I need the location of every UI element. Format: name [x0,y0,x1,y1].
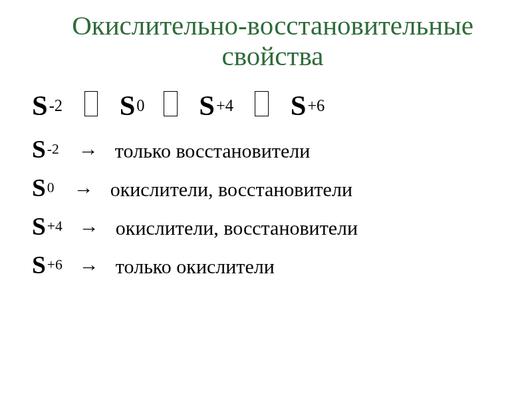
rule-line: S+6 → только окислители [32,246,513,285]
rule-text: окислители, восстановители [116,217,358,239]
slide-title: Окислительно-восстановительные свойства [32,11,513,72]
box-icon [84,91,98,116]
ox-state: -2 [49,96,63,114]
rule-text: только окислители [116,255,275,277]
ox-state: 0 [47,180,55,196]
rule-line: S0 → окислители, восстановители [32,169,513,207]
element-symbol: S [32,136,46,163]
element-symbol: S [32,213,46,240]
arrow-icon: → [74,174,94,205]
box-icon [164,91,178,116]
element-symbol: S [32,174,46,201]
rule-text: окислители, восстановители [110,178,352,200]
rule-line: S+4 → окислители, восстановители [32,207,513,246]
slide: Окислительно-восстановительные свойства … [0,0,532,399]
rule-text: только восстановители [115,140,310,162]
rule-line: S-2 → только восстановители [32,130,513,169]
element-symbol: S [199,90,215,121]
ox-state: 0 [136,96,144,114]
element-symbol: S [32,251,46,279]
ox-state: +4 [47,218,63,234]
element-symbol: S [120,90,136,121]
ox-state: +6 [47,257,63,273]
ox-state: +4 [216,96,233,114]
element-symbol: S [291,90,307,121]
slide-body: S-2 S0 S+4 S+6 S-2 → только восстановите… [32,84,513,285]
arrow-icon: → [79,213,99,244]
arrow-icon: → [79,251,99,283]
oxidation-states-row: S-2 S0 S+4 S+6 [32,84,513,128]
ox-state: +6 [307,96,325,114]
box-icon [255,91,269,116]
arrow-icon: → [78,136,98,167]
element-symbol: S [32,90,48,121]
ox-state: -2 [47,141,59,157]
